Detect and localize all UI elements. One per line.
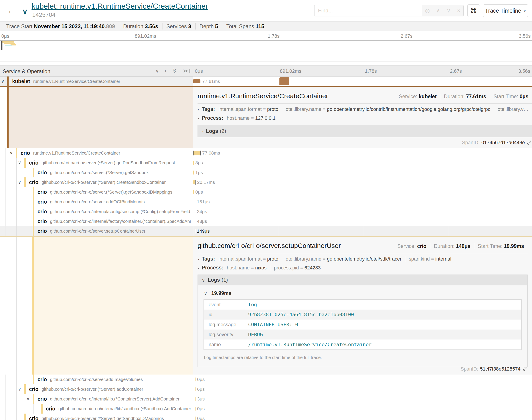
operation-name: github.com/cri-o/cri-o/server.(*Server).… xyxy=(42,160,175,165)
keyboard-shortcuts-button[interactable]: ⌘ xyxy=(468,4,480,17)
detail-start-time: Start Time: 0μs xyxy=(490,94,532,100)
chevron-down-icon[interactable]: ∨ xyxy=(1,78,4,84)
chevron-down-icon[interactable]: ∨ xyxy=(18,180,21,185)
process-row[interactable]: › Process: host.name = 127.0.0.1 xyxy=(198,115,532,122)
span-bar[interactable] xyxy=(195,377,196,381)
trace-start-stat: Trace Start November 15 2022, 11:19:40.8… xyxy=(2,23,119,30)
span-bar[interactable] xyxy=(193,190,194,194)
span-bar[interactable] xyxy=(193,170,194,175)
find-input[interactable] xyxy=(314,5,422,16)
log-field-value: 92b82381-025c-4a64-815c-ba2e1bb08100 xyxy=(248,312,521,317)
service-name: crio xyxy=(29,160,38,166)
span-color-bar xyxy=(24,177,26,187)
log-field-row: log.severityDEBUG xyxy=(204,330,521,340)
log-field-row: name/runtime.v1.RuntimeService/CreateCon… xyxy=(204,340,521,349)
span-bar[interactable] xyxy=(280,77,289,85)
span-id: SpanID:51cf7f38e5128574 xyxy=(461,366,527,372)
span-color-bar xyxy=(33,197,34,207)
span-row[interactable]: criogithub.com/cri-o/cri-o/server.addIma… xyxy=(0,375,532,384)
trace-title-link[interactable]: kubelet: runtime.v1.RuntimeService/Creat… xyxy=(31,2,208,10)
span-detail-panel-kubelet: runtime.v1.RuntimeService/CreateContaine… xyxy=(0,86,532,148)
span-color-bar xyxy=(33,375,34,384)
span-row[interactable]: ∨criogithub.com/cri-o/cri-o/server.(*Ser… xyxy=(0,177,532,187)
span-bar[interactable] xyxy=(195,229,195,234)
chevron-down-icon[interactable]: ∨ xyxy=(18,386,21,392)
span-bar[interactable] xyxy=(195,209,195,214)
log-field-key: id xyxy=(204,312,248,317)
span-bar[interactable] xyxy=(195,180,196,185)
operation-name: github.com/cri-o/cri-o/internal/config/s… xyxy=(50,209,190,214)
span-color-bar xyxy=(7,87,9,148)
span-color-bar xyxy=(33,216,34,226)
span-row[interactable]: criogithub.com/cri-o/cri-o/server.(*Serv… xyxy=(0,168,532,177)
service-name: crio xyxy=(37,396,47,402)
span-row[interactable]: criogithub.com/cri-o/cri-o/server.setupC… xyxy=(0,226,532,236)
chevron-down-icon[interactable]: ∨ xyxy=(10,150,13,155)
span-detail-body: runtime.v1.RuntimeService/CreateContaine… xyxy=(193,87,532,148)
clear-find-icon[interactable]: × xyxy=(457,8,460,14)
minimap-scrubber-handle[interactable] xyxy=(1,41,2,50)
minimap-gridline xyxy=(266,41,266,61)
next-match-icon[interactable]: ∨ xyxy=(447,8,451,14)
span-bar[interactable] xyxy=(195,417,196,420)
logs-section-collapsed[interactable]: › Logs (2) xyxy=(198,125,532,137)
collapse-all-icon[interactable]: ≫ xyxy=(172,68,178,73)
span-duration-label: 149μs xyxy=(197,228,210,234)
collapse-one-icon[interactable]: ∨ xyxy=(155,68,159,74)
span-bar[interactable] xyxy=(193,79,200,83)
tags-row[interactable]: › Tags: internal.span.format = protootel… xyxy=(198,256,528,263)
span-row[interactable]: ∨criogithub.com/cri-o/cri-o/internal/lib… xyxy=(0,394,532,404)
service-name: crio xyxy=(29,416,38,420)
chevron-down-icon: ∨ xyxy=(204,291,207,296)
span-id: SpanID:0174567d17a0448e xyxy=(462,140,532,146)
trace-view-label: Trace Timeline xyxy=(485,8,521,14)
prev-match-icon[interactable]: ∧ xyxy=(436,8,440,14)
span-rows-area: ∨kubeletruntime.v1.RuntimeService/Create… xyxy=(0,76,532,420)
locate-icon[interactable]: ◎ xyxy=(425,8,430,14)
log-field-value: DEBUG xyxy=(248,332,521,337)
minimap-canvas[interactable] xyxy=(0,40,532,61)
expand-one-icon[interactable]: › xyxy=(165,68,166,74)
span-bar[interactable] xyxy=(195,397,196,401)
process-row[interactable]: › Process: host.name = nixosprocess.pid … xyxy=(198,265,528,272)
span-detail-body: github.com/cri-o/cri-o/server.setupConta… xyxy=(193,237,532,375)
span-bar[interactable] xyxy=(195,219,195,223)
span-bar[interactable] xyxy=(200,150,201,155)
span-bar[interactable] xyxy=(195,407,196,411)
logs-footnote: Log timestamps are relative to the start… xyxy=(203,354,522,363)
span-row[interactable]: ∨crioruntime.v1.RuntimeService/CreateCon… xyxy=(0,148,532,158)
expand-all-icon[interactable]: ≫ xyxy=(183,68,188,74)
span-bar[interactable] xyxy=(193,161,194,165)
log-field-value: /runtime.v1.RuntimeService/CreateContain… xyxy=(248,342,521,347)
span-row[interactable]: ∨criogithub.com/cri-o/cri-o/server.(*Ser… xyxy=(0,158,532,168)
back-arrow-icon[interactable]: ← xyxy=(5,4,18,17)
tags-row[interactable]: › Tags: internal.span.format = protootel… xyxy=(198,106,532,113)
log-entry-timestamp[interactable]: ∨ 19.99ms xyxy=(204,290,522,296)
log-fields-table: eventlogid92b82381-025c-4a64-815c-ba2e1b… xyxy=(203,299,522,350)
chevron-right-icon: › xyxy=(198,107,199,112)
trace-view-selector[interactable]: Trace Timeline ∨ xyxy=(483,4,528,17)
span-row[interactable]: criogithub.com/cri-o/cri-o/internal/fact… xyxy=(0,216,532,226)
span-bar[interactable] xyxy=(195,200,195,204)
span-row[interactable]: criogithub.com/cri-o/cri-o/server.(*Serv… xyxy=(0,187,532,197)
chevron-down-icon[interactable]: ∨ xyxy=(18,160,21,165)
title-chevron-down-icon[interactable]: ∨ xyxy=(22,7,28,16)
chevron-down-icon[interactable]: ∨ xyxy=(26,396,30,401)
span-row[interactable]: criogithub.com/cri-o/cri-o/internal/conf… xyxy=(0,207,532,216)
span-bar[interactable] xyxy=(195,387,196,391)
link-icon[interactable] xyxy=(522,367,527,372)
link-icon[interactable] xyxy=(527,140,532,145)
span-duration-label: 77.08ms xyxy=(202,150,220,156)
span-row[interactable]: criogithub.com/cri-o/cri-o/internal/lib/… xyxy=(0,404,532,414)
span-row[interactable]: ∨kubeletruntime.v1.RuntimeService/Create… xyxy=(0,76,532,86)
detail-start-time: Start Time: 19.99ms xyxy=(474,243,528,249)
logs-header[interactable]: ∨ Logs (1) xyxy=(198,275,527,285)
column-resizer-handle[interactable] xyxy=(189,69,191,73)
span-bar[interactable] xyxy=(193,180,195,184)
span-row[interactable]: criogithub.com/cri-o/cri-o/server.(*Serv… xyxy=(0,414,532,420)
span-row[interactable]: ∨criogithub.com/cri-o/cri-o/server.(*Ser… xyxy=(0,384,532,394)
span-bar[interactable] xyxy=(194,151,200,155)
trace-minimap[interactable]: 0μs 891.02ms 1.78s 2.67s 3.56s xyxy=(0,31,532,61)
span-row[interactable]: criogithub.com/cri-o/cri-o/server.addOCI… xyxy=(0,197,532,207)
operation-name: github.com/cri-o/cri-o/server.(*Server).… xyxy=(42,180,166,185)
